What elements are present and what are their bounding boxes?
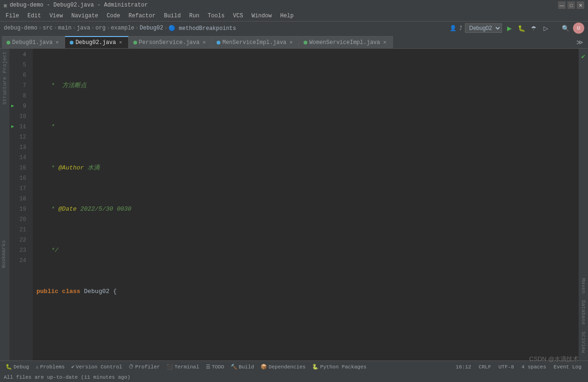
menu-bar: File Edit View Navigate Code Refactor Bu… [0, 10, 588, 22]
status-build[interactable]: 🔨 Build [228, 361, 257, 373]
code-line-6: * @Author 水滴 [36, 163, 579, 173]
run-button[interactable]: ▶ [505, 23, 514, 33]
sidebar-bookmarks[interactable]: Bookmarks [0, 238, 7, 270]
editor-area: 4─ 5 6 7 8 ▶ 9 ─ 10 ▶ 11 ─ 12 13─ 14 [9, 49, 579, 360]
tab-bar: Debug01.java × Debug02.java × PersonServ… [0, 35, 588, 49]
run-config-select[interactable]: Debug02 [465, 23, 502, 33]
tab-label-debug01: Debug01.java [12, 39, 52, 46]
line-num-18: 18─ [9, 194, 29, 204]
status-python[interactable]: 🐍 Python Packages [309, 361, 369, 373]
code-editor[interactable]: 4─ 5 6 7 8 ▶ 9 ─ 10 ▶ 11 ─ 12 13─ 14 [9, 49, 579, 360]
sidebar-maven[interactable]: Maven [580, 276, 587, 295]
status-dependencies[interactable]: 📦 Dependencies [258, 361, 308, 373]
tab-close-debug02[interactable]: × [118, 40, 123, 45]
menu-tools[interactable]: Tools [204, 12, 228, 20]
tab-debug01[interactable]: Debug01.java × [2, 36, 65, 48]
status-debug-label: Debug [14, 364, 29, 370]
more-run-button[interactable]: ▷ [541, 23, 551, 33]
tab-personservice[interactable]: PersonService.java × [129, 36, 212, 48]
sidebar-project[interactable]: Project [1, 51, 8, 74]
line-num-10: 10 [9, 111, 29, 122]
breadcrumb-method[interactable]: 🔵 methodBreakpoints [168, 25, 236, 32]
search-button[interactable]: 🔍 [561, 23, 570, 33]
nav-bar: debug-demo › src › main › java › org › e… [0, 22, 588, 35]
breadcrumb-org[interactable]: org [95, 25, 106, 31]
tab-indicator-debug01 [7, 41, 10, 44]
status-todo[interactable]: ☰ TODO [203, 361, 227, 373]
problems-icon: ⚠ [36, 364, 39, 370]
status-profiler[interactable]: ⏱ Profiler [126, 361, 163, 373]
sidebar-database[interactable]: Database [580, 298, 587, 327]
status-debug[interactable]: 🐛 Debug [3, 361, 32, 373]
status-problems-label: Problems [40, 364, 65, 370]
sidebar-right: ✔ Maven Database SciView [579, 49, 588, 360]
breadcrumb: debug-demo › src › main › java › org › e… [4, 25, 236, 32]
python-icon: 🐍 [312, 364, 319, 370]
menu-edit[interactable]: Edit [24, 12, 45, 20]
profiler-icon: ⏱ [129, 364, 134, 370]
breadcrumb-main[interactable]: main [58, 25, 72, 31]
tab-close-personservice[interactable]: × [201, 40, 207, 45]
code-content[interactable]: * 方法断点 * * @Author 水滴 * @Date 2022/5/30 … [33, 49, 579, 360]
main-area: Project Structure 4─ 5 6 7 8 ▶ 9 ─ 10 ▶ … [0, 49, 588, 360]
vcs-icon[interactable]: 👤 [450, 25, 457, 32]
tab-more-button[interactable]: ≫ [573, 37, 586, 48]
status-event-log[interactable]: Event Log [550, 364, 585, 370]
menu-refactor[interactable]: Refactor [125, 12, 160, 20]
breadcrumb-debug02[interactable]: Debug02 [140, 25, 163, 31]
tab-close-debug01[interactable]: × [54, 40, 60, 45]
title-bar-controls[interactable]: — □ ✕ [558, 1, 584, 9]
line-num-16: 16 [9, 173, 29, 184]
menu-build[interactable]: Build [160, 12, 184, 20]
menu-window[interactable]: Window [248, 12, 276, 20]
line-num-13: 13─ [9, 142, 29, 153]
breadcrumb-src[interactable]: src [43, 25, 53, 31]
tab-indicator-womenservice [304, 41, 307, 44]
title-bar-left: ▣ debug-demo - Debug02.java - Administra… [4, 2, 148, 8]
bottom-message: All files are up-to-date (11 minutes ago… [0, 373, 588, 382]
breadcrumb-example[interactable]: example [111, 25, 134, 31]
line-numbers: 4─ 5 6 7 8 ▶ 9 ─ 10 ▶ 11 ─ 12 13─ 14 [9, 49, 33, 360]
tab-menservice[interactable]: MenServiceImpl.java × [212, 36, 299, 48]
todo-icon: ☰ [206, 364, 211, 370]
coverage-button[interactable]: ☂ [529, 23, 538, 33]
tab-womenservice[interactable]: WomenServiceImpl.java × [299, 36, 392, 48]
menu-code[interactable]: Code [103, 12, 124, 20]
line-num-4: 4─ [9, 50, 29, 60]
tab-close-womenservice[interactable]: × [382, 40, 388, 45]
menu-file[interactable]: File [2, 12, 23, 20]
menu-vcs[interactable]: VCS [229, 12, 247, 20]
status-version-control[interactable]: ✔ Version Control [68, 361, 125, 373]
tab-close-menservice[interactable]: × [288, 40, 294, 45]
sidebar-left: Project Structure [0, 49, 9, 360]
minimize-button[interactable]: — [558, 1, 566, 9]
debug-button[interactable]: 🐛 [517, 23, 526, 33]
status-todo-label: TODO [212, 364, 224, 370]
breadcrumb-java[interactable]: java [77, 25, 90, 31]
breadcrumb-project[interactable]: debug-demo [4, 25, 37, 31]
status-indent: 4 spaces [518, 364, 550, 370]
menu-help[interactable]: Help [276, 12, 298, 20]
tab-label-menservice: MenServiceImpl.java [222, 39, 286, 46]
deps-icon: 📦 [261, 364, 267, 370]
sidebar-structure[interactable]: Structure [1, 76, 8, 105]
sidebar-sciview[interactable]: SciView [580, 330, 587, 355]
code-line-5: * [36, 122, 579, 132]
status-terminal[interactable]: ⬛ Terminal [164, 361, 202, 373]
user-avatar[interactable]: U [573, 22, 584, 34]
menu-navigate[interactable]: Navigate [67, 12, 102, 20]
menu-run[interactable]: Run [185, 12, 203, 20]
line-num-15: 15─ [9, 163, 29, 173]
close-button[interactable]: ✕ [577, 1, 584, 9]
line-num-21: 21 [9, 225, 29, 235]
line-num-22: 22─ [9, 235, 29, 245]
checkmark-icon: ✔ [581, 52, 585, 60]
tab-debug02[interactable]: Debug02.java × [65, 36, 128, 48]
line-num-5: 5 [9, 60, 29, 70]
maximize-button[interactable]: □ [567, 1, 575, 9]
status-problems[interactable]: ⚠ Problems [33, 361, 67, 373]
tab-label-womenservice: WomenServiceImpl.java [309, 39, 380, 46]
cursor-icon[interactable]: ⤴ [459, 25, 462, 32]
menu-view[interactable]: View [46, 12, 67, 20]
tab-indicator-debug02 [70, 41, 73, 44]
